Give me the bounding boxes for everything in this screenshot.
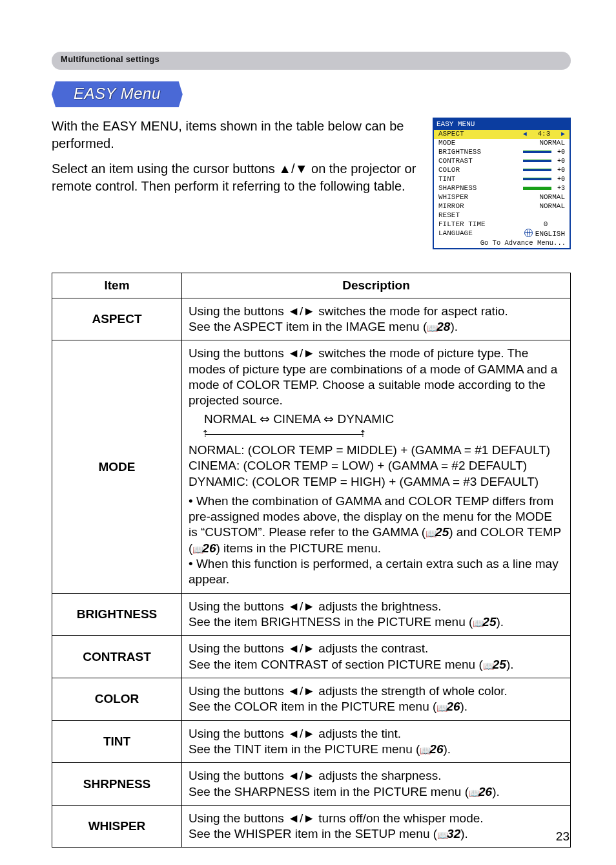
item-contrast: CONTRAST [52,636,182,678]
item-tint: TINT [52,720,182,763]
ref: 26 [429,742,443,756]
osd-label: COLOR [438,166,460,174]
osd-row-whisper: WHISPER NORMAL [434,193,570,202]
text: Using the buttons ◄/► turns off/on the w… [189,811,484,825]
item-brightness: BRIGHTNESS [52,593,182,636]
osd-footer: Go To Advance Menu... [434,238,570,248]
text: See the TINT item in the PICTURE menu ( [189,742,420,756]
table-row: MODE Using the buttons ◄/► switches the … [52,340,571,593]
osd-value: +0 [553,176,565,183]
osd-row-aspect: ASPECT ◀ 4:3 ▶ [434,130,570,139]
osd-row-reset: RESET [434,211,570,220]
text: CINEMA: (COLOR TEMP = LOW) + (GAMMA = #2… [189,458,564,474]
osd-bar: +0 [523,158,565,165]
osd-label: WHISPER [438,193,468,202]
bullet: • When the combination of GAMMA and COLO… [189,494,564,556]
intro-para-1: With the EASY MENU, items shown in the t… [52,118,420,152]
osd-row-tint: TINT +0 [434,175,570,184]
arrow-up-icon: ⇡ [359,428,367,440]
osd-row-brightness: BRIGHTNESS +0 [434,148,570,157]
settings-table: Item Description ASPECT Using the button… [52,273,571,848]
osd-value: NORMAL [539,139,565,147]
manual-icon [469,785,478,793]
globe-icon [524,229,533,237]
osd-value: 0 [526,220,565,229]
ref: 28 [436,320,450,333]
desc-shrpness: Using the buttons ◄/► adjusts the sharpn… [182,763,571,806]
osd-value-wrap: ◀ 4:3 ▶ [523,130,565,138]
table-row: CONTRAST Using the buttons ◄/► adjusts t… [52,636,571,678]
table-row: TINT Using the buttons ◄/► adjusts the t… [52,720,571,763]
section-header: Multifunctional settings [52,52,571,70]
osd-bar: +3 [523,185,565,193]
osd-bar: +0 [523,149,565,156]
table-header-row: Item Description [52,273,571,298]
osd-value: NORMAL [539,202,565,211]
page-number: 23 [556,829,570,844]
table-row: COLOR Using the buttons ◄/► adjusts the … [52,678,571,720]
text: ). [460,700,468,713]
item-color: COLOR [52,678,182,720]
osd-label: CONTRAST [438,157,473,165]
osd-value: +3 [553,185,565,193]
text: DYNAMIC: (COLOR TEMP = HIGH) + (GAMMA = … [189,474,564,490]
th-item: Item [52,273,182,298]
text: ). [450,320,458,333]
ref: 26 [202,541,216,555]
th-desc: Description [182,273,571,298]
intro-para-2: Select an item using the cursor buttons … [52,160,420,195]
text: See the item BRIGHTNESS in the PICTURE m… [189,615,473,629]
intro-block: With the EASY MENU, items shown in the t… [52,118,571,249]
manual-icon [427,320,436,328]
ref: 26 [446,700,460,713]
table-row: BRIGHTNESS Using the buttons ◄/► adjusts… [52,593,571,636]
osd-row-mirror: MIRROR NORMAL [434,202,570,211]
osd-value: ENGLISH [535,230,565,238]
desc-color: Using the buttons ◄/► adjusts the streng… [182,678,571,720]
osd-row-sharpness: SHARPNESS +3 [434,184,570,193]
osd-value: 4:3 [531,130,557,138]
text: Using the buttons ◄/► adjusts the tint. [189,727,401,740]
osd-label: MODE [438,139,455,147]
manual-icon [192,541,202,549]
desc-tint: Using the buttons ◄/► adjusts the tint. … [182,720,571,763]
ref: 26 [478,785,492,798]
desc-contrast: Using the buttons ◄/► adjusts the contra… [182,636,571,678]
ref: 25 [482,615,496,629]
osd-value: +0 [553,158,565,165]
osd-label: MIRROR [438,202,464,211]
table-row: ASPECT Using the buttons ◄/► switches th… [52,298,571,340]
text: See the item CONTRAST of section PICTURE… [189,658,483,671]
text: See the SHARPNESS item in the PICTURE me… [189,785,469,798]
triangle-right-icon: ▶ [561,130,565,138]
text: Using the buttons ◄/► adjusts the contra… [189,641,428,655]
ref: 32 [447,827,460,840]
text: See the WHISPER item in the SETUP menu ( [189,827,437,840]
easy-menu-heading: EASY Menu [52,81,183,107]
table-row: WHISPER Using the buttons ◄/► turns off/… [52,805,571,848]
table-row: SHRPNESS Using the buttons ◄/► adjusts t… [52,763,571,806]
text: ). [506,658,514,671]
desc-brightness: Using the buttons ◄/► adjusts the bright… [182,593,571,636]
osd-row-contrast: CONTRAST +0 [434,157,570,166]
item-aspect: ASPECT [52,298,182,340]
manual-icon [436,700,446,707]
osd-label: TINT [438,175,455,183]
text: See the COLOR item in the PICTURE menu ( [189,700,436,713]
osd-bar: +0 [523,167,565,174]
osd-value: +0 [553,167,565,174]
osd-value-wrap: ENGLISH [524,229,565,238]
text: NORMAL: (COLOR TEMP = MIDDLE) + (GAMMA =… [189,443,564,458]
text: ). [443,742,451,756]
osd-value: +0 [553,149,565,156]
osd-label: ASPECT [438,130,464,138]
bullet: • When this function is performed, a cer… [189,556,564,588]
desc-aspect: Using the buttons ◄/► switches the mode … [182,298,571,340]
osd-title: EASY MENU [434,119,570,130]
manual-icon [420,742,429,750]
manual-icon [473,615,482,623]
text: ) items in the PICTURE menu. [216,541,381,555]
osd-row-mode: MODE NORMAL [434,139,570,148]
text: Using the buttons ◄/► switches the mode … [189,346,564,408]
text: See the ASPECT item in the IMAGE menu ( [189,320,427,333]
